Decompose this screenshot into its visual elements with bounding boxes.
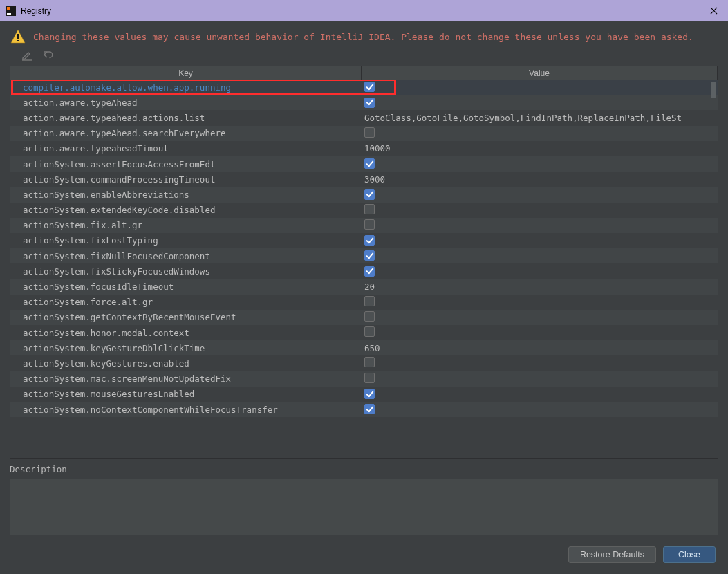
cell-value[interactable] xyxy=(362,357,718,369)
toolbar xyxy=(0,48,728,66)
cell-value[interactable] xyxy=(362,311,718,324)
checkbox[interactable] xyxy=(364,389,375,399)
cell-value[interactable] xyxy=(362,189,718,201)
window-title: Registry xyxy=(21,6,704,16)
cell-value[interactable]: 20 xyxy=(362,281,718,292)
scrollbar-thumb[interactable] xyxy=(711,82,716,98)
cell-key: actionSystem.mouseGesturesEnabled xyxy=(10,389,362,399)
cell-value[interactable]: GotoClass,GotoFile,GotoSymbol,FindInPath… xyxy=(362,113,718,123)
table-row[interactable]: actionSystem.extendedKeyCode.disabled xyxy=(10,203,718,218)
column-header-key[interactable]: Key xyxy=(10,66,362,80)
cell-key: actionSystem.keyGestureDblClickTime xyxy=(10,343,362,353)
cell-value[interactable] xyxy=(362,389,718,400)
table-row[interactable]: actionSystem.fixNullFocusedComponent xyxy=(10,248,718,263)
warning-icon xyxy=(10,28,26,45)
app-icon xyxy=(6,6,17,17)
table-row[interactable]: action.aware.typeAhead xyxy=(10,95,718,110)
table-row[interactable]: actionSystem.keyGestures.enabled xyxy=(10,355,718,371)
cell-key: actionSystem.assertFocusAccessFromEdt xyxy=(10,159,362,169)
table-row[interactable]: actionSystem.noContextComponentWhileFocu… xyxy=(10,402,718,417)
description-label: Description xyxy=(10,464,718,474)
cell-key: actionSystem.honor.modal.context xyxy=(10,328,362,338)
table-row[interactable]: action.aware.typeaheadTimout10000 xyxy=(10,141,718,156)
table-row[interactable]: actionSystem.commandProcessingTimeout300… xyxy=(10,172,718,187)
revert-icon[interactable] xyxy=(43,49,55,62)
warning-text: Changing these values may cause unwanted… xyxy=(33,32,693,42)
cell-value[interactable] xyxy=(362,404,718,415)
table-row[interactable]: actionSystem.honor.modal.context xyxy=(10,325,718,340)
description-box xyxy=(10,479,718,535)
cell-value[interactable]: 650 xyxy=(362,343,718,353)
table-row[interactable]: actionSystem.keyGestureDblClickTime650 xyxy=(10,340,718,355)
cell-key: actionSystem.enableAbbreviations xyxy=(10,189,362,200)
table-row[interactable]: actionSystem.fixLostTyping xyxy=(10,233,718,248)
cell-value[interactable] xyxy=(362,98,718,109)
svg-rect-5 xyxy=(17,34,19,39)
title-bar: Registry xyxy=(0,0,728,21)
edit-icon[interactable] xyxy=(21,49,33,62)
checkbox[interactable] xyxy=(364,250,375,261)
restore-defaults-button[interactable]: Restore Defaults xyxy=(568,546,656,563)
checkbox[interactable] xyxy=(364,82,375,92)
table-row[interactable]: actionSystem.force.alt.gr xyxy=(10,295,718,310)
cell-key: actionSystem.mac.screenMenuNotUpdatedFix xyxy=(10,373,362,384)
cell-key: actionSystem.focusIdleTimeout xyxy=(10,281,362,292)
cell-key: actionSystem.keyGestures.enabled xyxy=(10,358,362,369)
cell-key: actionSystem.fixLostTyping xyxy=(10,235,362,246)
table-row[interactable]: action.aware.typeAhead.searchEverywhere xyxy=(10,126,718,141)
checkbox[interactable] xyxy=(364,311,375,322)
checkbox[interactable] xyxy=(364,235,375,246)
table-row[interactable]: actionSystem.fix.alt.gr xyxy=(10,218,718,233)
table-row[interactable]: actionSystem.fixStickyFocusedWindows xyxy=(10,263,718,279)
table-row[interactable]: action.aware.typeahead.actions.listGotoC… xyxy=(10,110,718,125)
cell-value[interactable] xyxy=(362,158,718,169)
svg-rect-2 xyxy=(7,13,11,15)
checkbox[interactable] xyxy=(364,189,375,200)
cell-key: action.aware.typeAhead.searchEverywhere xyxy=(10,128,362,138)
cell-value[interactable] xyxy=(362,266,718,277)
cell-key: actionSystem.fixNullFocusedComponent xyxy=(10,251,362,261)
cell-value[interactable] xyxy=(362,326,718,339)
checkbox[interactable] xyxy=(364,127,375,138)
registry-dialog: Registry Changing these values may cause… xyxy=(0,0,728,574)
cell-value[interactable] xyxy=(362,296,718,308)
cell-value[interactable] xyxy=(362,82,718,93)
table-header: Key Value xyxy=(10,66,718,80)
cell-key: actionSystem.fixStickyFocusedWindows xyxy=(10,266,362,277)
cell-value[interactable] xyxy=(362,235,718,246)
checkbox[interactable] xyxy=(364,266,375,277)
cell-value[interactable] xyxy=(362,204,718,216)
cell-key: actionSystem.force.alt.gr xyxy=(10,297,362,307)
cell-value[interactable] xyxy=(362,250,718,261)
cell-key: actionSystem.commandProcessingTimeout xyxy=(10,174,362,185)
table-row[interactable]: compiler.automake.allow.when.app.running xyxy=(10,80,718,95)
cell-key: compiler.automake.allow.when.app.running xyxy=(10,82,362,93)
checkbox[interactable] xyxy=(364,326,375,337)
table-row[interactable]: actionSystem.focusIdleTimeout20 xyxy=(10,279,718,294)
checkbox[interactable] xyxy=(364,404,375,414)
close-button[interactable]: Close xyxy=(663,546,716,563)
checkbox[interactable] xyxy=(364,357,375,367)
window-close-button[interactable] xyxy=(704,3,722,19)
checkbox[interactable] xyxy=(364,296,375,306)
column-header-value[interactable]: Value xyxy=(362,66,718,80)
checkbox[interactable] xyxy=(364,204,375,214)
table-row[interactable]: actionSystem.mouseGesturesEnabled xyxy=(10,387,718,402)
cell-key: action.aware.typeAhead xyxy=(10,98,362,108)
cell-key: actionSystem.getContextByRecentMouseEven… xyxy=(10,312,362,322)
table-row[interactable]: actionSystem.mac.screenMenuNotUpdatedFix xyxy=(10,371,718,387)
checkbox[interactable] xyxy=(364,158,375,169)
cell-value[interactable]: 10000 xyxy=(362,143,718,154)
cell-value[interactable] xyxy=(362,373,718,385)
cell-key: actionSystem.fix.alt.gr xyxy=(10,220,362,230)
checkbox[interactable] xyxy=(364,98,375,108)
cell-value[interactable]: 3000 xyxy=(362,174,718,185)
checkbox[interactable] xyxy=(364,219,375,230)
table-row[interactable]: actionSystem.enableAbbreviations xyxy=(10,187,718,202)
table-row[interactable]: actionSystem.getContextByRecentMouseEven… xyxy=(10,310,718,325)
checkbox[interactable] xyxy=(364,373,375,383)
table-row[interactable]: actionSystem.assertFocusAccessFromEdt xyxy=(10,156,718,172)
cell-value[interactable] xyxy=(362,219,718,232)
cell-value[interactable] xyxy=(362,127,718,140)
cell-key: action.aware.typeahead.actions.list xyxy=(10,113,362,123)
